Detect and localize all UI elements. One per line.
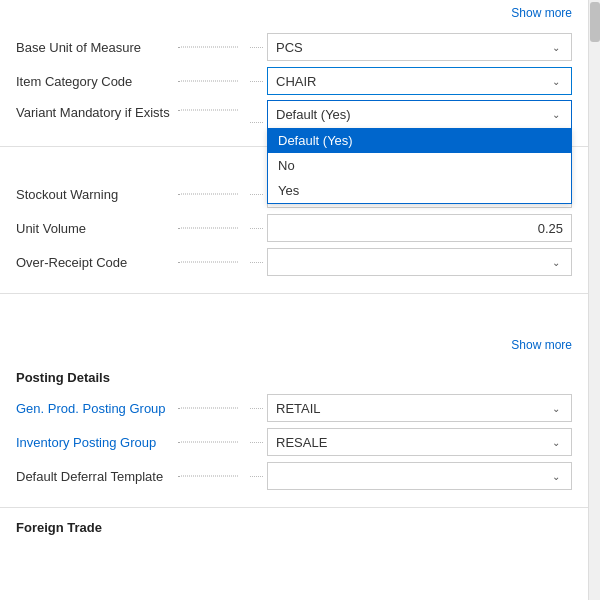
field-row-variant: Variant Mandatory if Exists Default (Yes…	[16, 100, 572, 130]
field-row-inventory-posting: Inventory Posting Group RESALE ⌄	[16, 427, 572, 457]
select-base-unit[interactable]: PCS ⌄	[267, 33, 572, 61]
label-over-receipt: Over-Receipt Code	[16, 255, 246, 270]
dots-1	[250, 47, 263, 48]
control-gen-prod: RETAIL ⌄	[267, 394, 572, 422]
show-more-link-1[interactable]: Show more	[511, 6, 572, 20]
control-item-category: CHAIR ⌄	[267, 67, 572, 95]
select-inventory-posting[interactable]: RESALE ⌄	[267, 428, 572, 456]
chevron-down-icon-2: ⌄	[549, 74, 563, 88]
control-variant: Default (Yes) ⌄ Default (Yes) No Yes	[267, 100, 572, 128]
dots-3	[250, 122, 263, 123]
dropdown-option-yes[interactable]: Yes	[268, 178, 571, 203]
scrollbar-thumb[interactable]	[590, 2, 600, 42]
chevron-down-icon-6: ⌄	[549, 401, 563, 415]
field-row-item-category: Item Category Code CHAIR ⌄	[16, 66, 572, 96]
chevron-down-icon-3: ⌄	[549, 108, 563, 122]
label-item-category: Item Category Code	[16, 74, 246, 89]
dots-8	[250, 442, 263, 443]
chevron-down-icon-7: ⌄	[549, 435, 563, 449]
label-base-unit: Base Unit of Measure	[16, 40, 246, 55]
control-deferral: ⌄	[267, 462, 572, 490]
field-row-unit-volume: Unit Volume	[16, 213, 572, 243]
control-base-unit: PCS ⌄	[267, 33, 572, 61]
label-variant: Variant Mandatory if Exists	[16, 100, 246, 120]
field-row-over-receipt: Over-Receipt Code ⌄	[16, 247, 572, 277]
label-deferral: Default Deferral Template	[16, 469, 246, 484]
dropdown-variant: Default (Yes) No Yes	[267, 128, 572, 204]
foreign-trade-title: Foreign Trade	[16, 520, 572, 535]
control-inventory-posting: RESALE ⌄	[267, 428, 572, 456]
control-over-receipt: ⌄	[267, 248, 572, 276]
scrollbar[interactable]	[588, 0, 600, 600]
dots-2	[250, 81, 263, 82]
dropdown-option-default-yes[interactable]: Default (Yes)	[268, 128, 571, 153]
dots-9	[250, 476, 263, 477]
chevron-down-icon: ⌄	[549, 40, 563, 54]
dots-4	[250, 194, 263, 195]
select-variant[interactable]: Default (Yes) ⌄	[267, 100, 572, 128]
chevron-down-icon-5: ⌄	[549, 255, 563, 269]
posting-details-title: Posting Details	[16, 370, 572, 385]
chevron-down-icon-8: ⌄	[549, 469, 563, 483]
label-gen-prod: Gen. Prod. Posting Group	[16, 401, 246, 416]
select-over-receipt[interactable]: ⌄	[267, 248, 572, 276]
field-row-base-unit: Base Unit of Measure PCS ⌄	[16, 32, 572, 62]
field-row-deferral: Default Deferral Template ⌄	[16, 461, 572, 491]
label-unit-volume: Unit Volume	[16, 221, 246, 236]
input-unit-volume[interactable]	[267, 214, 572, 242]
select-deferral[interactable]: ⌄	[267, 462, 572, 490]
show-more-link-3[interactable]: Show more	[511, 338, 572, 352]
dots-7	[250, 408, 263, 409]
select-item-category[interactable]: CHAIR ⌄	[267, 67, 572, 95]
dots-5	[250, 228, 263, 229]
control-unit-volume	[267, 214, 572, 242]
field-row-gen-prod: Gen. Prod. Posting Group RETAIL ⌄	[16, 393, 572, 423]
dots-6	[250, 262, 263, 263]
label-stockout: Stockout Warning	[16, 187, 246, 202]
dropdown-option-no[interactable]: No	[268, 153, 571, 178]
select-gen-prod[interactable]: RETAIL ⌄	[267, 394, 572, 422]
label-inventory-posting: Inventory Posting Group	[16, 435, 246, 450]
